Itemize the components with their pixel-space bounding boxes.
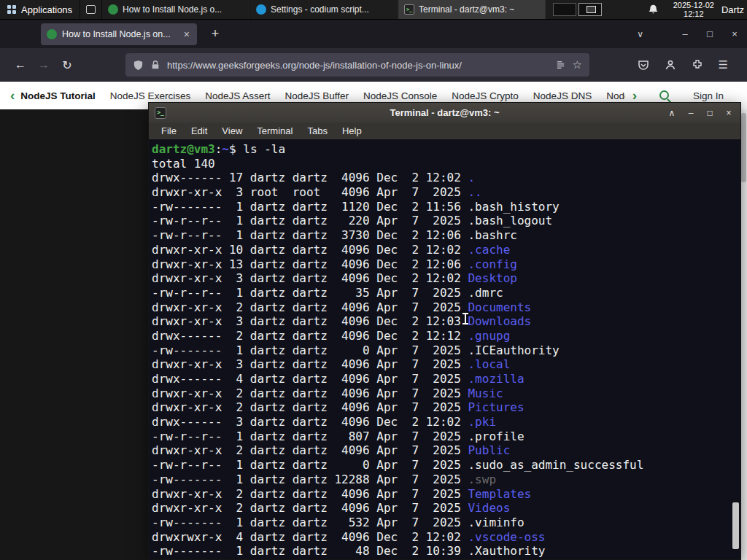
terminal-ls-row: drwxr-xr-x 2 dartz dartz 4096 Apr 7 2025…	[152, 443, 740, 458]
back-button[interactable]: ←	[9, 58, 32, 71]
applications-icon	[7, 5, 16, 14]
tab-close-icon[interactable]: ×	[182, 28, 191, 40]
terminal-title: Terminal - dartz@vm3: ~	[149, 107, 740, 118]
extensions-puzzle-icon[interactable]	[692, 59, 703, 71]
panel-user-label[interactable]: Dartz	[721, 0, 747, 19]
top-panel: Applications How to Install Node.js o...…	[0, 0, 747, 20]
applications-label: Applications	[21, 4, 72, 15]
show-desktop-button[interactable]	[80, 0, 101, 19]
terminal-ls-row: drwxr-xr-x 2 dartz dartz 4096 Apr 7 2025…	[152, 386, 740, 401]
menu-file[interactable]: File	[155, 124, 183, 138]
notification-bell-button[interactable]	[640, 0, 666, 19]
browser-tab[interactable]: How to Install Node.js on... ×	[41, 23, 197, 45]
terminal-icon: >_	[404, 4, 414, 15]
forward-button[interactable]: →	[32, 58, 55, 71]
clock-time: 12:12	[673, 9, 714, 18]
tracking-shield-icon[interactable]	[133, 60, 144, 71]
terminal-ls-row: -rw-r--r-- 1 dartz dartz 0 Apr 7 2025 .s…	[152, 458, 740, 472]
terminal-ls-row: drwxr-xr-x 13 dartz dartz 4096 Dec 2 12:…	[152, 257, 740, 272]
terminal-ls-row: -rw-r--r-- 1 dartz dartz 3730 Dec 2 12:0…	[152, 228, 740, 243]
site-nav-right: › Sign In	[632, 88, 737, 104]
terminal-window: >_ Terminal - dartz@vm3: ~ ∧ – □ × FileE…	[148, 102, 741, 560]
site-nav-item[interactable]: NodeJS Console	[363, 90, 437, 101]
terminal-close-button[interactable]: ×	[723, 108, 735, 118]
workspace-1[interactable]	[553, 3, 576, 16]
bookmark-star-icon[interactable]: ☆	[573, 58, 582, 71]
window-maximize-button[interactable]: □	[697, 28, 722, 39]
menu-help[interactable]: Help	[336, 124, 368, 138]
terminal-minimize-button[interactable]: –	[685, 108, 697, 118]
panel-spacer	[602, 0, 640, 19]
geeksforgeeks-favicon-icon	[47, 29, 57, 39]
terminal-ls-row: drwx------ 17 dartz dartz 4096 Dec 2 12:…	[152, 171, 740, 185]
site-nav-next-icon[interactable]: ›	[632, 88, 637, 104]
taskbar-button[interactable]: Settings - codium script...	[249, 0, 398, 19]
site-nav-item[interactable]: NodeJS Crypto	[452, 90, 519, 101]
taskbar-button[interactable]: How to Install Node.js o...	[101, 0, 249, 19]
workspace-2[interactable]	[578, 3, 602, 16]
menu-terminal[interactable]: Terminal	[250, 124, 299, 138]
terminal-ls-row: -rw------- 1 dartz dartz 12288 Apr 7 202…	[152, 472, 740, 487]
codium-icon	[256, 4, 266, 15]
site-nav-prev-icon[interactable]: ‹	[10, 88, 15, 104]
window-minimize-button[interactable]: –	[673, 28, 697, 39]
terminal-ls-row: drwxr-xr-x 3 root root 4096 Apr 7 2025 .…	[152, 185, 740, 200]
account-icon[interactable]	[665, 59, 676, 71]
terminal-ls-row: drwxr-xr-x 2 dartz dartz 4096 Apr 7 2025…	[152, 487, 740, 502]
url-bar[interactable]: https://www.geeksforgeeks.org/node-js/in…	[125, 53, 589, 77]
reload-button[interactable]: ↻	[55, 58, 79, 72]
toolbar-right-icons: ☰	[638, 58, 738, 71]
site-nav-item[interactable]: NodeJS Tutorial	[20, 90, 96, 101]
show-desktop-icon	[86, 5, 96, 14]
terminal-ls-row: -rw------- 1 dartz dartz 0 Apr 7 2025 .I…	[152, 343, 740, 358]
menu-edit[interactable]: Edit	[185, 124, 214, 138]
terminal-ls-row: drwx------ 2 dartz dartz 4096 Dec 2 12:1…	[152, 329, 740, 343]
terminal-content[interactable]: dartz@vm3:~$ ls -latotal 140drwx------ 1…	[149, 139, 740, 559]
list-all-tabs-icon[interactable]: ∨	[637, 29, 643, 39]
page-scrollbar[interactable]	[740, 109, 747, 560]
panel-clock[interactable]: 2025-12-02 12:12	[666, 1, 721, 18]
workspace-pager[interactable]	[553, 0, 602, 19]
menu-view[interactable]: View	[215, 124, 249, 138]
site-nav-items: NodeJS TutorialNodeJS ExercisesNodeJS As…	[20, 90, 624, 101]
terminal-ls-row: drwxr-xr-x 3 dartz dartz 4096 Apr 7 2025…	[152, 357, 740, 372]
reader-view-icon[interactable]	[555, 60, 566, 71]
site-nav-item[interactable]: NodeJS Exercises	[110, 90, 190, 101]
page-scrollbar-thumb[interactable]	[741, 113, 746, 182]
terminal-ls-row: -rw------- 1 dartz dartz 48 Dec 2 10:39 …	[152, 544, 740, 559]
clock-date: 2025-12-02	[673, 1, 714, 9]
terminal-maximize-button[interactable]: □	[704, 108, 716, 118]
site-nav-item[interactable]: Node	[606, 90, 624, 101]
terminal-shade-button[interactable]: ∧	[666, 108, 678, 118]
taskbar-button-label: Terminal - dartz@vm3: ~	[419, 4, 514, 15]
taskbar-button[interactable]: >_Terminal - dartz@vm3: ~	[398, 0, 546, 19]
terminal-window-controls: ∧ – □ ×	[666, 108, 735, 118]
terminal-titlebar[interactable]: >_ Terminal - dartz@vm3: ~ ∧ – □ ×	[149, 103, 740, 122]
padlock-icon[interactable]	[150, 60, 160, 70]
terminal-scrollbar-thumb[interactable]	[732, 502, 739, 549]
menu-hamburger-icon[interactable]: ☰	[719, 58, 728, 71]
pocket-icon[interactable]	[638, 59, 649, 71]
terminal-ls-row: drwx------ 3 dartz dartz 4096 Dec 2 12:0…	[152, 415, 740, 429]
new-tab-button[interactable]: +	[206, 26, 225, 42]
terminal-total-line: total 140	[152, 157, 740, 171]
terminal-ls-row: -rw-r--r-- 1 dartz dartz 35 Apr 7 2025 .…	[152, 286, 740, 300]
browser-toolbar: ← → ↻ https://www.geeksforgeeks.org/node…	[0, 48, 747, 82]
terminal-output: dartz@vm3:~$ ls -latotal 140drwx------ 1…	[152, 142, 740, 559]
url-text[interactable]: https://www.geeksforgeeks.org/node-js/in…	[167, 60, 549, 71]
terminal-ls-row: -rw-r--r-- 1 dartz dartz 220 Apr 7 2025 …	[152, 214, 740, 228]
menu-tabs[interactable]: Tabs	[301, 124, 333, 138]
terminal-ls-row: -rw-r--r-- 1 dartz dartz 807 Apr 7 2025 …	[152, 429, 740, 444]
terminal-ls-row: -rw------- 1 dartz dartz 1120 Dec 2 11:5…	[152, 200, 740, 214]
tab-title: How to Install Node.js on...	[62, 29, 177, 39]
search-icon[interactable]	[659, 90, 671, 102]
terminal-ls-row: drwxr-xr-x 2 dartz dartz 4096 Apr 7 2025…	[152, 400, 740, 415]
terminal-ls-row: drwxr-xr-x 2 dartz dartz 4096 Apr 7 2025…	[152, 501, 740, 516]
window-close-button[interactable]: ×	[722, 28, 747, 39]
site-nav-item[interactable]: NodeJS Buffer	[285, 90, 349, 101]
terminal-ls-row: drwxr-xr-x 2 dartz dartz 4096 Apr 7 2025…	[152, 300, 740, 315]
site-nav-item[interactable]: NodeJS DNS	[533, 90, 592, 101]
site-nav-item[interactable]: NodeJS Assert	[205, 90, 270, 101]
sign-in-button[interactable]: Sign In	[693, 90, 724, 101]
applications-menu-button[interactable]: Applications	[0, 0, 80, 19]
